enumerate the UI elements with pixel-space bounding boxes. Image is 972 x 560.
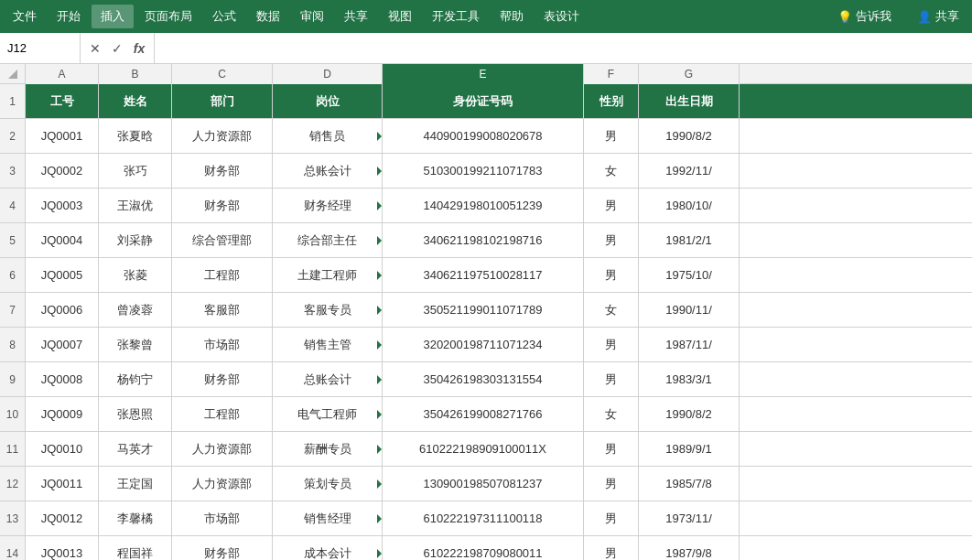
menu-share-menu[interactable]: 共享 bbox=[335, 5, 377, 28]
data-cell[interactable]: 财务部 bbox=[172, 188, 273, 222]
row-number[interactable]: 3 bbox=[0, 154, 26, 188]
row-number[interactable]: 7 bbox=[0, 293, 26, 327]
data-cell[interactable]: 男 bbox=[584, 258, 639, 292]
data-cell[interactable]: 男 bbox=[584, 328, 639, 361]
data-cell[interactable]: 610222197311100118 bbox=[383, 501, 584, 535]
cancel-formula-button[interactable]: ✕ bbox=[86, 39, 104, 58]
data-cell[interactable]: 1987/11/ bbox=[639, 328, 740, 361]
data-cell[interactable]: 人力资源部 bbox=[172, 467, 273, 501]
data-cell[interactable]: 320200198711071234 bbox=[383, 328, 584, 361]
col-header-g[interactable]: G bbox=[639, 64, 740, 84]
data-cell[interactable]: 电气工程师 bbox=[273, 397, 383, 431]
data-cell[interactable]: JQ0005 bbox=[26, 258, 99, 292]
data-cell[interactable]: 程国祥 bbox=[99, 536, 172, 560]
row-number[interactable]: 5 bbox=[0, 223, 26, 257]
data-cell[interactable]: 1989/9/1 bbox=[639, 432, 740, 466]
header-cell[interactable]: 身份证号码 bbox=[383, 84, 584, 118]
row-number[interactable]: 6 bbox=[0, 258, 26, 292]
data-cell[interactable]: 客服专员 bbox=[273, 293, 383, 327]
data-cell[interactable]: 王定国 bbox=[99, 467, 172, 501]
data-cell[interactable]: 张夏晗 bbox=[99, 119, 172, 153]
data-cell[interactable]: JQ0013 bbox=[26, 536, 99, 560]
data-cell[interactable]: 市场部 bbox=[172, 328, 273, 361]
share-button[interactable]: 👤 共享 bbox=[908, 5, 968, 28]
data-cell[interactable]: 1987/9/8 bbox=[639, 536, 740, 560]
data-cell[interactable]: 1981/2/1 bbox=[639, 223, 740, 257]
data-cell[interactable]: 张菱 bbox=[99, 258, 172, 292]
data-cell[interactable]: 曾凌蓉 bbox=[99, 293, 172, 327]
row-number[interactable]: 12 bbox=[0, 467, 26, 501]
data-cell[interactable]: 市场部 bbox=[172, 501, 273, 535]
menu-insert[interactable]: 插入 bbox=[92, 5, 134, 28]
data-cell[interactable]: JQ0011 bbox=[26, 467, 99, 501]
data-cell[interactable]: 杨钧宁 bbox=[99, 362, 172, 396]
data-cell[interactable]: 总账会计 bbox=[273, 154, 383, 188]
data-cell[interactable]: 610222198909100011X bbox=[383, 432, 584, 466]
data-cell[interactable]: 成本会计 bbox=[273, 536, 383, 560]
data-cell[interactable]: JQ0003 bbox=[26, 188, 99, 222]
data-cell[interactable]: 1990/8/2 bbox=[639, 119, 740, 153]
menu-view[interactable]: 视图 bbox=[379, 5, 421, 28]
data-cell[interactable]: 土建工程师 bbox=[273, 258, 383, 292]
data-cell[interactable]: 510300199211071783 bbox=[383, 154, 584, 188]
menu-review[interactable]: 审阅 bbox=[291, 5, 333, 28]
data-cell[interactable]: JQ0008 bbox=[26, 362, 99, 396]
data-cell[interactable]: 1975/10/ bbox=[639, 258, 740, 292]
data-cell[interactable]: 350426198303131554 bbox=[383, 362, 584, 396]
data-cell[interactable]: 男 bbox=[584, 501, 639, 535]
row-number[interactable]: 1 bbox=[0, 84, 26, 118]
data-cell[interactable]: 1985/7/8 bbox=[639, 467, 740, 501]
data-cell[interactable]: 综合管理部 bbox=[172, 223, 273, 257]
data-cell[interactable]: 1983/3/1 bbox=[639, 362, 740, 396]
data-cell[interactable]: 刘采静 bbox=[99, 223, 172, 257]
data-cell[interactable]: 客服部 bbox=[172, 293, 273, 327]
data-cell[interactable]: 1973/11/ bbox=[639, 501, 740, 535]
col-header-c[interactable]: C bbox=[172, 64, 273, 84]
data-cell[interactable]: 1990/11/ bbox=[639, 293, 740, 327]
data-cell[interactable]: 男 bbox=[584, 188, 639, 222]
data-cell[interactable]: 340621197510028117 bbox=[383, 258, 584, 292]
data-cell[interactable]: 350521199011071789 bbox=[383, 293, 584, 327]
data-cell[interactable]: 张巧 bbox=[99, 154, 172, 188]
header-cell[interactable]: 岗位 bbox=[273, 84, 383, 118]
menu-page-layout[interactable]: 页面布局 bbox=[135, 5, 201, 28]
tell-me-button[interactable]: 💡 告诉我 bbox=[828, 5, 901, 28]
menu-formula[interactable]: 公式 bbox=[203, 5, 245, 28]
data-cell[interactable]: 财务经理 bbox=[273, 188, 383, 222]
data-cell[interactable]: 李馨橘 bbox=[99, 501, 172, 535]
header-cell[interactable]: 出生日期 bbox=[639, 84, 740, 118]
row-number[interactable]: 11 bbox=[0, 432, 26, 466]
data-cell[interactable]: 男 bbox=[584, 432, 639, 466]
col-header-b[interactable]: B bbox=[99, 64, 172, 84]
data-cell[interactable]: 销售员 bbox=[273, 119, 383, 153]
col-header-a[interactable]: A bbox=[26, 64, 99, 84]
data-cell[interactable]: 女 bbox=[584, 397, 639, 431]
data-cell[interactable]: JQ0001 bbox=[26, 119, 99, 153]
row-number[interactable]: 13 bbox=[0, 501, 26, 535]
data-cell[interactable]: 人力资源部 bbox=[172, 432, 273, 466]
header-cell[interactable]: 部门 bbox=[172, 84, 273, 118]
menu-file[interactable]: 文件 bbox=[4, 5, 46, 28]
row-number[interactable]: 10 bbox=[0, 397, 26, 431]
data-cell[interactable]: 财务部 bbox=[172, 362, 273, 396]
formula-input[interactable] bbox=[155, 33, 972, 63]
data-cell[interactable]: 销售经理 bbox=[273, 501, 383, 535]
data-cell[interactable]: 财务部 bbox=[172, 154, 273, 188]
data-cell[interactable]: 张恩照 bbox=[99, 397, 172, 431]
data-cell[interactable]: JQ0009 bbox=[26, 397, 99, 431]
col-header-d[interactable]: D bbox=[273, 64, 383, 84]
data-cell[interactable]: 1992/11/ bbox=[639, 154, 740, 188]
menu-developer[interactable]: 开发工具 bbox=[423, 5, 489, 28]
data-cell[interactable]: JQ0007 bbox=[26, 328, 99, 361]
data-cell[interactable]: 130900198507081237 bbox=[383, 467, 584, 501]
data-cell[interactable]: 女 bbox=[584, 293, 639, 327]
confirm-formula-button[interactable]: ✓ bbox=[108, 39, 126, 58]
header-cell[interactable]: 姓名 bbox=[99, 84, 172, 118]
row-number[interactable]: 2 bbox=[0, 119, 26, 153]
data-cell[interactable]: 王淑优 bbox=[99, 188, 172, 222]
col-header-e[interactable]: E bbox=[383, 64, 584, 84]
data-cell[interactable]: 男 bbox=[584, 119, 639, 153]
data-cell[interactable]: 女 bbox=[584, 154, 639, 188]
menu-help[interactable]: 帮助 bbox=[491, 5, 533, 28]
data-cell[interactable]: 销售主管 bbox=[273, 328, 383, 361]
